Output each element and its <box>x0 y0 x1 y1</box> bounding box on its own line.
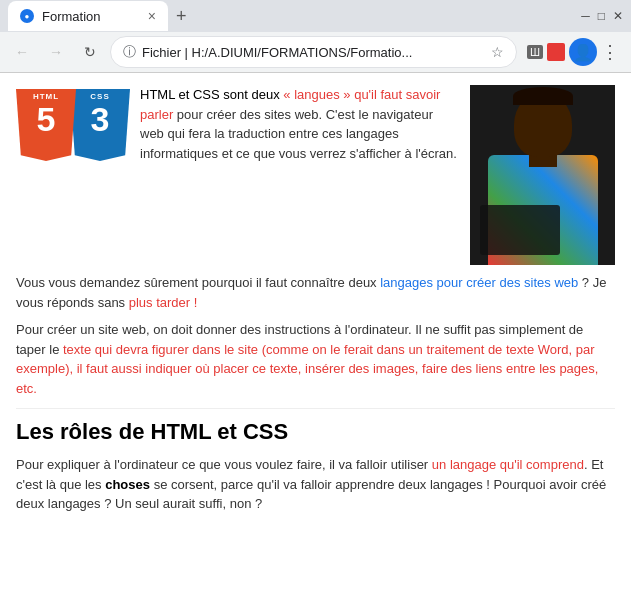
profile-icon: 👤 <box>573 43 593 62</box>
paragraph-4: Pour expliquer à l'ordinateur ce que vou… <box>16 455 615 514</box>
intro-section: HTML 5 CSS 3 HTML et CSS sont deux « lan… <box>16 85 615 265</box>
bold-red: plus tarder ! <box>129 295 198 310</box>
paragraph-3: Pour créer un site web, on doit donner d… <box>16 320 615 398</box>
extension-icon-2[interactable] <box>547 43 565 61</box>
reload-button[interactable]: ↻ <box>76 38 104 66</box>
html5-badge: HTML 5 <box>16 89 76 161</box>
back-button[interactable]: ← <box>8 38 36 66</box>
tab-title: Formation <box>42 9 101 24</box>
intro-paragraph1: HTML et CSS sont deux « langues » qu'il … <box>140 87 457 161</box>
section-title: Les rôles de HTML et CSS <box>16 408 615 445</box>
tab-favicon: ● <box>20 9 34 23</box>
close-tab-icon[interactable]: × <box>148 8 156 24</box>
bookmark-icon[interactable]: ☆ <box>491 44 504 60</box>
address-bar[interactable]: ⓘ Fichier | H:/A.DIUMI/FORMATIONS/Format… <box>110 36 517 68</box>
intro-text: HTML et CSS sont deux « langues » qu'il … <box>140 85 460 265</box>
new-tab-button[interactable]: + <box>176 6 187 27</box>
paragraph-2: Vous vous demandez sûrement pourquoi il … <box>16 273 615 312</box>
url-text: Fichier | H:/A.DIUMI/FORMATIONS/Formatio… <box>142 45 485 60</box>
page-content: HTML 5 CSS 3 HTML et CSS sont deux « lan… <box>0 73 631 551</box>
security-icon: ⓘ <box>123 43 136 61</box>
intro-middle: HTML et CSS sont deux « langues » qu'il … <box>140 85 615 265</box>
browser-tab[interactable]: ● Formation × <box>8 1 168 31</box>
menu-button[interactable]: ⋮ <box>601 41 619 63</box>
forward-button[interactable]: → <box>42 38 70 66</box>
close-window-icon[interactable]: ✕ <box>613 9 623 23</box>
css3-badge: CSS 3 <box>70 89 130 161</box>
html-css-logos: HTML 5 CSS 3 <box>16 89 130 265</box>
profile-button[interactable]: 👤 <box>569 38 597 66</box>
minimize-icon[interactable]: ─ <box>581 9 590 23</box>
person-photo <box>470 85 615 265</box>
maximize-icon[interactable]: □ <box>598 9 605 23</box>
toolbar-extensions: Ш 👤 ⋮ <box>523 38 623 66</box>
html-number: 5 <box>37 101 56 138</box>
css-number: 3 <box>91 101 110 138</box>
extension-icon-1[interactable]: Ш <box>527 45 543 59</box>
